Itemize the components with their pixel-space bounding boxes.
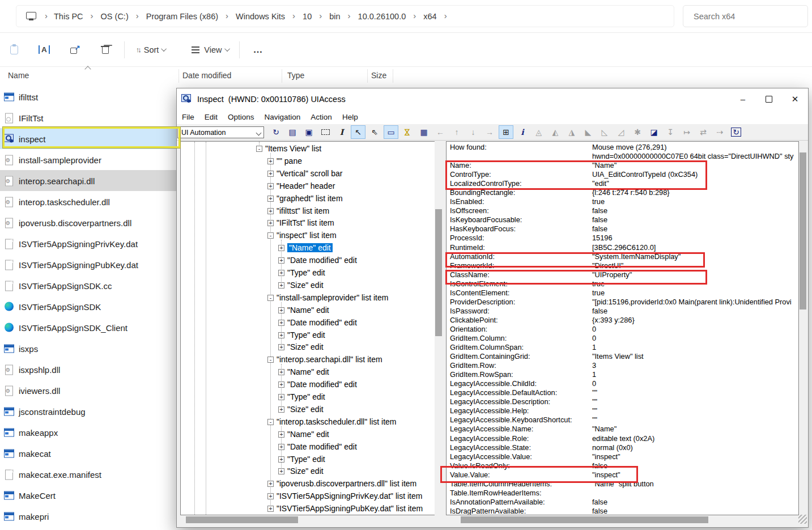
expand-icon[interactable]: + bbox=[267, 171, 274, 177]
tree-item-label[interactable]: "Name" edit bbox=[287, 243, 333, 252]
file-row-isvtier5appsigningpubkey-dat[interactable]: ISVTier5AppSigningPubKey.dat bbox=[0, 254, 176, 275]
property-row-localizedcontroltype[interactable]: LocalizedControlType:"edit" bbox=[447, 179, 798, 188]
property-row-orientation[interactable]: Orientation:0 bbox=[447, 325, 798, 334]
breadcrumb-item-x64[interactable]: x64 bbox=[418, 10, 441, 23]
property-row-griditem-containinggrid[interactable]: GridItem.ContainingGrid:"Items View" lis… bbox=[447, 352, 798, 361]
property-row-runtimeid[interactable]: RuntimeId:[3B5C.296C6120.0] bbox=[447, 243, 798, 252]
tree-item-label[interactable]: "Name" edit bbox=[287, 430, 329, 439]
menu-file[interactable]: File bbox=[177, 113, 199, 121]
view-button[interactable]: View bbox=[181, 40, 229, 60]
property-row-controltype[interactable]: ControlType:UIA_EditControlTypeId (0xC35… bbox=[447, 170, 798, 179]
tree-item-label[interactable]: "Vertical" scroll bar bbox=[277, 169, 343, 178]
collapse-icon[interactable]: - bbox=[267, 295, 274, 301]
tree-item-label[interactable]: "interop.searchapi.dll" list item bbox=[277, 355, 382, 364]
tree-item-label[interactable]: "inspect" list item bbox=[277, 231, 337, 240]
close-button[interactable]: ✕ bbox=[782, 88, 808, 109]
property-row-legacyiaccessible-help[interactable]: LegacyIAccessible.Help:"" bbox=[447, 406, 798, 415]
expand-icon[interactable]: + bbox=[278, 332, 284, 338]
property-row-how-found[interactable]: How found:Mouse move (276,291) bbox=[447, 143, 798, 152]
tree-item-label[interactable]: "IFiltTst" list item bbox=[277, 218, 334, 227]
property-row-providerdescription[interactable]: ProviderDescription:"[pid:15196,provider… bbox=[447, 298, 798, 307]
tree-item-graphedt-list-item[interactable]: +"graphedt" list item bbox=[181, 193, 435, 205]
tree-item-label[interactable]: "interop.taskscheduler.dll" list item bbox=[277, 417, 396, 426]
tree-item-size-edit[interactable]: +"Size" edit bbox=[181, 404, 435, 416]
expand-icon[interactable]: + bbox=[278, 257, 284, 264]
property-row-legacyiaccessible-value[interactable]: LegacyIAccessible.Value:"inspect" bbox=[447, 452, 798, 461]
tree-item-name-edit[interactable]: +"Name" edit bbox=[181, 429, 435, 441]
expand-icon[interactable]: + bbox=[267, 158, 274, 164]
tree-item-label[interactable]: "Type" edit bbox=[287, 455, 325, 464]
pattern-checkbox-icon[interactable]: ◪ bbox=[647, 125, 661, 139]
property-row-table-itemcolumnheaderitems[interactable]: Table.ItemColumnHeaderItems:"Name" split… bbox=[447, 480, 798, 489]
properties-vscroll-thumb[interactable] bbox=[800, 152, 806, 309]
breadcrumb-item-windows-kits[interactable]: Windows Kits bbox=[231, 10, 290, 23]
expand-icon[interactable]: + bbox=[267, 196, 274, 202]
expand-icon[interactable]: + bbox=[278, 320, 284, 326]
property-row-legacyiaccessible-state[interactable]: LegacyIAccessible.State:normal (0x0) bbox=[447, 443, 798, 452]
file-row-jsconstraintdebug[interactable]: jsconstraintdebug bbox=[0, 401, 176, 422]
tree-item-label[interactable]: "Name" edit bbox=[287, 306, 329, 315]
tree-item-type-edit[interactable]: +"Type" edit bbox=[181, 267, 435, 279]
copy-icon[interactable]: ▤ bbox=[285, 125, 300, 139]
property-row-legacyiaccessible-name[interactable]: LegacyIAccessible.Name:"Name" bbox=[447, 425, 798, 434]
tree-item-vertical-scroll-bar[interactable]: +"Vertical" scroll bar bbox=[181, 168, 435, 180]
file-row-makecert[interactable]: MakeCert bbox=[0, 485, 176, 506]
property-row-griditem-columnspan[interactable]: GridItem.ColumnSpan:1 bbox=[447, 343, 798, 352]
tree-item-label[interactable]: "Date modified" edit bbox=[287, 442, 357, 451]
tree-item-date-modified-edit[interactable]: +"Date modified" edit bbox=[181, 317, 435, 329]
breadcrumb-item-10[interactable]: 10 bbox=[297, 10, 317, 23]
expand-icon[interactable]: + bbox=[278, 444, 284, 450]
show-highlight-rect-icon[interactable]: ▭ bbox=[384, 125, 398, 139]
tree-item-label[interactable]: "Type" edit bbox=[287, 392, 325, 401]
collapse-icon[interactable]: - bbox=[256, 146, 262, 152]
property-row-isoffscreen[interactable]: IsOffscreen:false bbox=[447, 206, 798, 215]
collapse-icon[interactable]: - bbox=[267, 419, 274, 425]
expand-icon[interactable]: + bbox=[278, 270, 284, 276]
collapse-icon[interactable]: - bbox=[267, 357, 274, 363]
property-row-griditem-row[interactable]: GridItem.Row:3 bbox=[447, 361, 798, 370]
hourglass-icon[interactable]: ⋈ bbox=[400, 125, 415, 139]
expand-icon[interactable]: + bbox=[278, 282, 284, 289]
property-row-legacyiaccessible-childid[interactable]: LegacyIAccessible.ChildId:0 bbox=[447, 379, 798, 388]
tree-item-size-edit[interactable]: +"Size" edit bbox=[181, 465, 435, 478]
file-row-install-sampleprovider[interactable]: install-sampleprovider bbox=[0, 149, 176, 170]
rename-button[interactable]: A bbox=[39, 40, 50, 60]
tree-item-label[interactable]: "ISVTier5AppSigningPrivKey.dat" list ite… bbox=[277, 491, 422, 501]
tree-item-label[interactable]: "" pane bbox=[277, 156, 302, 166]
tree-item-label[interactable]: "Date modified" edit bbox=[287, 256, 357, 265]
minimize-button[interactable]: – bbox=[730, 88, 756, 109]
property-row-value-isreadonly[interactable]: Value.IsReadOnly:false bbox=[447, 461, 798, 470]
property-row-legacyiaccessible-role[interactable]: LegacyIAccessible.Role:editable text (0x… bbox=[447, 434, 798, 443]
tree-item-pane[interactable]: +"" pane bbox=[181, 155, 435, 168]
menu-options[interactable]: Options bbox=[223, 113, 260, 121]
expand-icon[interactable]: + bbox=[278, 381, 284, 388]
menu-navigation[interactable]: Navigation bbox=[260, 113, 306, 121]
property-row-griditem-column[interactable]: GridItem.Column:0 bbox=[447, 334, 798, 343]
property-row-boundingrectangle[interactable]: BoundingRectangle:{l:246 t:274 r:540 b:2… bbox=[447, 188, 798, 197]
file-row-makecat-exe-manifest[interactable]: makecat.exe.manifest bbox=[0, 464, 176, 485]
property-row-name[interactable]: Name:"Name" bbox=[447, 161, 798, 170]
expand-icon[interactable]: + bbox=[278, 369, 284, 375]
tree-item-ipoverusb-discoverpartners-dll-list-item[interactable]: +"ipoverusb.discoverpartners.dll" list i… bbox=[181, 478, 435, 490]
tree-item-isvtier5appsigningprivkey-dat-list-item[interactable]: +"ISVTier5AppSigningPrivKey.dat" list it… bbox=[181, 490, 435, 503]
expand-icon[interactable]: + bbox=[267, 220, 274, 226]
file-row-makeappx[interactable]: makeappx bbox=[0, 422, 176, 443]
tree-item-label[interactable]: "Type" edit bbox=[287, 330, 325, 340]
property-row-processid[interactable]: ProcessId:15196 bbox=[447, 234, 798, 243]
file-row-isvtier5appsigningprivkey-dat[interactable]: ISVTier5AppSigningPrivKey.dat bbox=[0, 233, 176, 254]
column-divider[interactable] bbox=[393, 69, 393, 83]
inspect-title-bar[interactable]: Inspect (HWND: 0x00110786) UIAccess – ✕ bbox=[177, 88, 808, 109]
tree-item-label[interactable]: "Name" edit bbox=[287, 367, 329, 376]
property-row-frameworkid[interactable]: FrameworkId:"DirectUI" bbox=[447, 261, 798, 270]
file-row-makepri[interactable]: makepri bbox=[0, 506, 176, 527]
expand-icon[interactable]: + bbox=[267, 506, 274, 512]
file-row-isvtier5appsignsdk-cc[interactable]: ISVTier5AppSignSDK.cc bbox=[0, 275, 176, 296]
menu-edit[interactable]: Edit bbox=[199, 113, 223, 121]
breadcrumb-item-bin[interactable]: bin bbox=[324, 10, 345, 23]
tree-vertical-scrollbar[interactable] bbox=[435, 141, 443, 515]
expand-icon[interactable]: + bbox=[278, 468, 284, 474]
search-box[interactable]: Search x64 bbox=[683, 5, 808, 27]
column-divider[interactable] bbox=[367, 69, 368, 83]
tree-item-name-edit[interactable]: +"Name" edit bbox=[181, 304, 435, 317]
property-row-iscontentelement[interactable]: IsContentElement:true bbox=[447, 289, 798, 298]
